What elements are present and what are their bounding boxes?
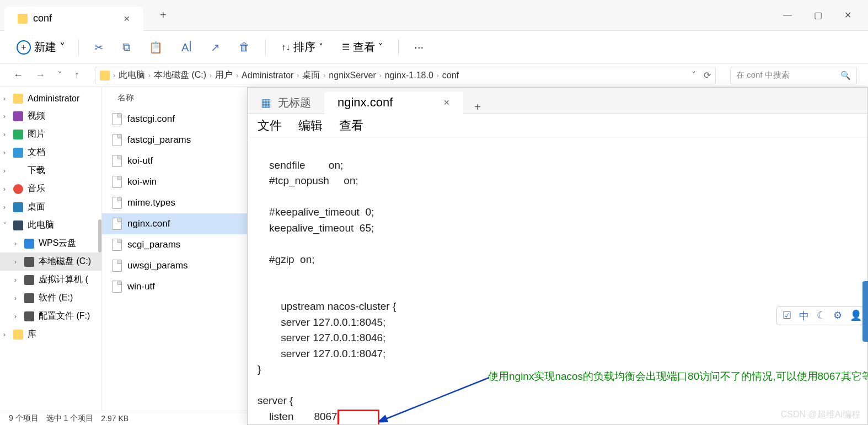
close-icon[interactable]: ✕ xyxy=(844,10,851,20)
sidebar-item[interactable]: ›库 xyxy=(0,325,101,343)
status-count: 9 个项目 xyxy=(9,413,39,423)
sidebar-item[interactable]: ›图片 xyxy=(0,125,101,143)
sidebar-label: 本地磁盘 (C:) xyxy=(39,256,91,267)
sidebar-item[interactable]: ›配置文件 (F:) xyxy=(0,307,101,325)
file-name: fastcgi.conf xyxy=(127,114,175,125)
sidebar-label: 库 xyxy=(28,329,36,340)
status-selection: 选中 1 个项目 xyxy=(46,413,94,423)
back-icon[interactable]: ← xyxy=(11,67,25,83)
desk-icon xyxy=(13,202,23,212)
side-tab[interactable] xyxy=(862,281,868,342)
moon-icon[interactable]: ☾ xyxy=(817,309,826,322)
sidebar-item[interactable]: ›下载 xyxy=(0,162,101,180)
chevron-down-icon[interactable]: ˅ xyxy=(692,70,696,80)
menu-file[interactable]: 文件 xyxy=(258,117,282,134)
folder-icon xyxy=(13,330,23,340)
file-icon xyxy=(112,218,122,230)
up-icon[interactable]: ↑ xyxy=(72,67,82,83)
sort-button[interactable]: ↑↓ 排序 ˅ xyxy=(274,40,331,55)
img-icon xyxy=(13,130,23,139)
maximize-icon[interactable]: ▢ xyxy=(814,10,822,20)
chevron-icon: › xyxy=(3,331,6,338)
sidebar-item[interactable]: ›视频 xyxy=(0,107,101,125)
folder-icon xyxy=(100,71,110,80)
chevron-icon: › xyxy=(14,276,17,284)
highlight-box xyxy=(337,410,379,424)
menu-edit[interactable]: 编辑 xyxy=(298,117,323,134)
chevron-icon: › xyxy=(14,258,17,266)
new-button[interactable]: + 新建 ˅ xyxy=(11,36,71,58)
annotation-text: 使用nginx实现nacos的负载均衡会出现端口80访问不了的情况,可以使用80… xyxy=(488,369,852,385)
breadcrumb-item[interactable]: 此电脑 xyxy=(119,69,145,81)
editor-content[interactable]: sendfile on; #tcp_nopush on; #keepalive_… xyxy=(248,137,867,424)
sidebar-item[interactable]: ›WPS云盘 xyxy=(0,234,101,252)
chevron-down-icon: ˅ xyxy=(378,42,383,52)
sidebar-item[interactable]: ›音乐 xyxy=(0,180,101,198)
sidebar-label: 桌面 xyxy=(28,201,45,213)
close-tab-icon[interactable]: ✕ xyxy=(443,98,450,107)
sidebar-item[interactable]: ˅此电脑 xyxy=(0,216,101,234)
search-icon: 🔍 xyxy=(840,71,851,80)
refresh-icon[interactable]: ⟳ xyxy=(704,70,711,80)
view-button[interactable]: ☰ 查看 ˅ xyxy=(334,40,390,55)
sidebar-item[interactable]: ›软件 (E:) xyxy=(0,289,101,307)
breadcrumb-item[interactable]: 用户 xyxy=(215,69,233,81)
notepad-tab-untitled[interactable]: ▦ 无标题 xyxy=(248,92,324,114)
ime-icon[interactable]: ☑ xyxy=(783,309,791,322)
breadcrumb-item[interactable]: 本地磁盘 (C:) xyxy=(154,69,206,81)
minimize-icon[interactable]: — xyxy=(783,10,792,20)
user-icon[interactable]: 👤 xyxy=(850,309,862,322)
chevron-icon: › xyxy=(3,185,6,193)
new-tab-button[interactable]: + xyxy=(463,101,492,114)
disk-icon xyxy=(24,311,34,321)
sidebar-item[interactable]: ›桌面 xyxy=(0,198,101,216)
sidebar: ›Administrator›视频›图片›文档›下载›音乐›桌面˅此电脑›WPS… xyxy=(0,87,102,411)
breadcrumb[interactable]: › 此电脑› 本地磁盘 (C:)› 用户› Administrator› 桌面›… xyxy=(95,67,716,84)
copy-icon[interactable]: ⧉ xyxy=(115,37,138,57)
breadcrumb-item[interactable]: conf xyxy=(442,71,459,80)
doc-icon xyxy=(13,148,23,158)
cut-icon[interactable]: ✂ xyxy=(87,37,111,57)
separator xyxy=(265,39,266,56)
close-tab-icon[interactable]: ✕ xyxy=(124,14,130,23)
breadcrumb-item[interactable]: 桌面 xyxy=(302,69,320,81)
sidebar-item[interactable]: ›本地磁盘 (C:) xyxy=(0,252,101,271)
rename-icon[interactable]: Aꟾ xyxy=(174,37,200,57)
forward-icon[interactable]: → xyxy=(33,67,47,83)
chevron-icon: › xyxy=(14,294,17,302)
breadcrumb-item[interactable]: Administrator xyxy=(242,71,293,80)
chevron-down-icon[interactable]: ˅ xyxy=(55,67,65,84)
notepad-tab-nginx[interactable]: nginx.conf ✕ xyxy=(324,92,463,114)
breadcrumb-item[interactable]: nginx-1.18.0 xyxy=(385,71,433,80)
file-icon xyxy=(112,113,122,125)
file-name: uwsgi_params xyxy=(127,260,188,271)
menu-view[interactable]: 查看 xyxy=(339,117,363,134)
sidebar-item[interactable]: ›Administrator xyxy=(0,90,101,107)
sidebar-label: 虚拟计算机 ( xyxy=(39,274,88,286)
chevron-down-icon: ˅ xyxy=(319,42,323,52)
share-icon[interactable]: ↗ xyxy=(203,37,228,57)
search-input[interactable]: 在 conf 中搜索 🔍 xyxy=(730,67,857,84)
paste-icon[interactable]: 📋 xyxy=(141,37,170,57)
new-tab-button[interactable]: + xyxy=(160,9,167,21)
sidebar-label: Administrator xyxy=(28,94,79,104)
gear-icon[interactable]: ⚙ xyxy=(833,309,842,322)
chevron-icon: › xyxy=(3,167,6,175)
chevron-icon: › xyxy=(3,149,6,157)
sidebar-item[interactable]: ›文档 xyxy=(0,143,101,162)
more-icon[interactable]: ··· xyxy=(406,41,431,53)
sidebar-label: 文档 xyxy=(28,147,45,158)
breadcrumb-item[interactable]: ngnixServer xyxy=(329,71,376,80)
file-icon xyxy=(112,176,122,188)
chevron-icon: › xyxy=(3,131,6,138)
explorer-tab[interactable]: conf ✕ xyxy=(4,7,143,31)
sidebar-label: 音乐 xyxy=(28,183,45,195)
tab-title: conf xyxy=(33,13,52,24)
ime-toolbar[interactable]: ☑ 中 ☾ ⚙ 👤 xyxy=(776,306,868,325)
sidebar-item[interactable]: ›虚拟计算机 ( xyxy=(0,271,101,289)
navbar: ← → ˅ ↑ › 此电脑› 本地磁盘 (C:)› 用户› Administra… xyxy=(0,64,868,87)
watermark: CSDN @超维Ai编程 xyxy=(781,409,860,421)
wps-icon xyxy=(24,239,34,249)
ime-lang[interactable]: 中 xyxy=(799,309,809,322)
delete-icon[interactable]: 🗑 xyxy=(231,37,258,57)
